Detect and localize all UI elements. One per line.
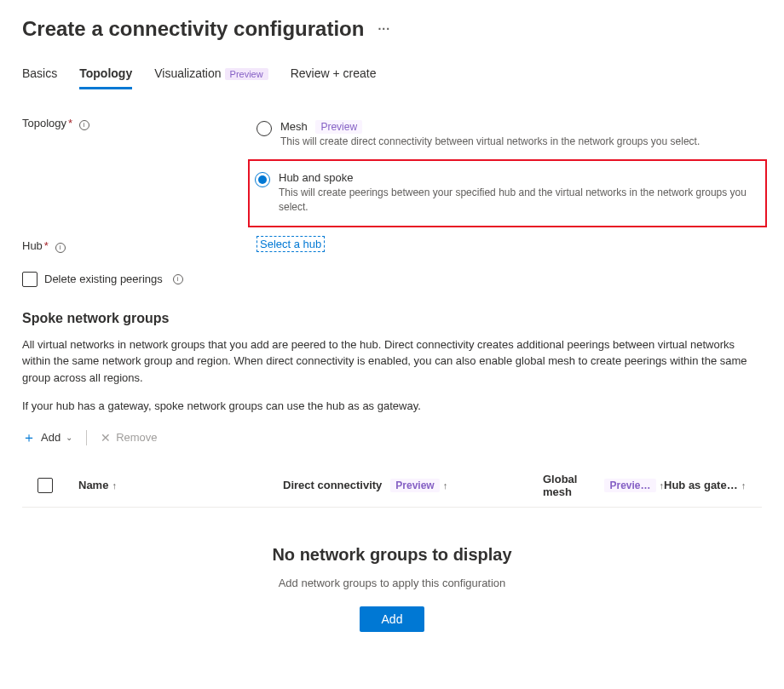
empty-subtitle: Add network groups to apply this configu… <box>22 577 762 589</box>
col-global[interactable]: Global mesh Previe… ↑ <box>543 473 664 498</box>
preview-badge: Previe… <box>604 479 655 492</box>
sort-arrow-icon: ↑ <box>112 480 117 491</box>
table-header: Name↑ Direct connectivity Preview ↑ Glob… <box>22 461 762 508</box>
tab-review-create[interactable]: Review + create <box>291 63 377 89</box>
spoke-desc-1: All virtual networks in network groups t… <box>22 336 762 387</box>
tab-bar: Basics Topology VisualizationPreview Rev… <box>22 63 762 89</box>
empty-title: No network groups to display <box>22 545 762 565</box>
close-icon: ✕ <box>101 431 111 445</box>
chevron-down-icon: ⌄ <box>66 433 72 442</box>
tab-visualization[interactable]: VisualizationPreview <box>154 63 268 89</box>
separator <box>86 430 87 445</box>
radio-hub-label: Hub and spoke <box>279 171 353 184</box>
radio-hub-desc: This will create peerings between your s… <box>279 186 752 215</box>
tab-basics[interactable]: Basics <box>22 63 57 89</box>
preview-badge: Preview <box>225 68 268 80</box>
radio-hub-spoke[interactable]: Hub and spoke This will create peerings … <box>255 166 760 225</box>
radio-mesh[interactable]: Mesh Preview This will create direct con… <box>257 115 762 159</box>
page-title: Create a connectivity configuration <box>22 17 364 41</box>
tab-topology[interactable]: Topology <box>79 63 132 89</box>
info-icon[interactable]: i <box>173 274 183 284</box>
more-icon[interactable]: ··· <box>378 22 390 36</box>
spoke-heading: Spoke network groups <box>22 311 762 326</box>
select-hub-link[interactable]: Select a hub <box>257 236 325 252</box>
sort-arrow-icon: ↑ <box>443 480 448 491</box>
delete-peerings-label: Delete existing peerings <box>44 273 163 285</box>
col-name[interactable]: Name↑ <box>78 479 283 491</box>
radio-mesh-label: Mesh <box>280 120 308 133</box>
info-icon[interactable]: i <box>79 120 89 130</box>
sort-arrow-icon: ↑ <box>741 480 747 491</box>
delete-peerings-checkbox[interactable] <box>22 272 37 287</box>
empty-add-button[interactable]: Add <box>360 606 425 632</box>
preview-badge: Preview <box>315 120 362 134</box>
col-direct[interactable]: Direct connectivity Preview ↑ <box>283 479 543 492</box>
select-all-checkbox[interactable] <box>37 478 53 493</box>
table-toolbar: ＋ Add ⌄ ✕ Remove <box>22 430 762 445</box>
col-hub-gateway[interactable]: Hub as gate… ↑ <box>664 479 762 491</box>
info-icon[interactable]: i <box>55 243 66 253</box>
topology-label: Topology* i <box>22 115 257 227</box>
preview-badge: Preview <box>390 479 439 492</box>
hub-label: Hub* i <box>22 238 257 253</box>
remove-button[interactable]: ✕ Remove <box>101 431 157 445</box>
radio-mesh-desc: This will create direct connectivity bet… <box>280 135 753 149</box>
selected-highlight: Hub and spoke This will create peerings … <box>248 159 767 228</box>
empty-state: No network groups to display Add network… <box>22 508 762 632</box>
spoke-desc-2: If your hub has a gateway, spoke network… <box>22 398 762 415</box>
add-button[interactable]: ＋ Add ⌄ <box>22 431 72 445</box>
plus-icon: ＋ <box>22 431 36 445</box>
